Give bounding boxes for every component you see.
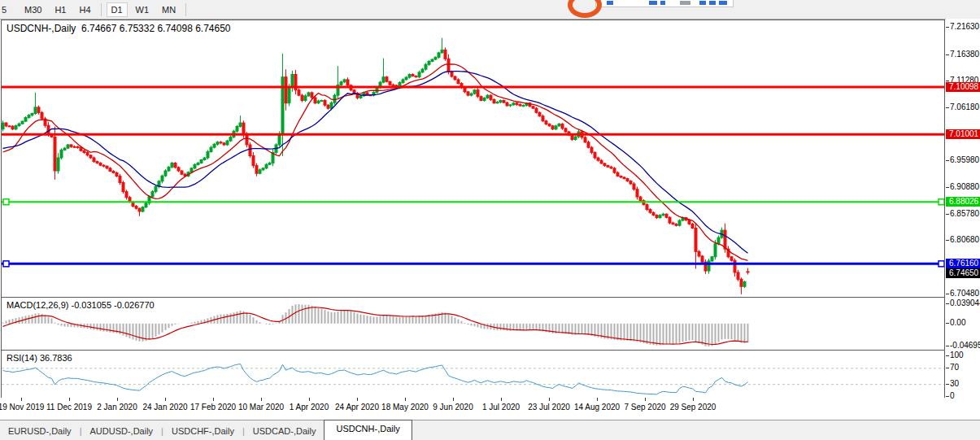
candle [483, 98, 486, 100]
date-tick [453, 398, 454, 401]
candle [102, 165, 105, 166]
rsi-chart-canvas[interactable] [2, 351, 944, 398]
candle [389, 81, 391, 85]
candle [5, 123, 7, 126]
candle [623, 177, 625, 179]
axis-tick [946, 384, 949, 385]
price-badge: 7.10098 [946, 82, 980, 92]
price-tick-label: 7.21630 [950, 22, 979, 31]
axis-tick [946, 396, 949, 397]
candle [646, 205, 648, 210]
date-tick [405, 398, 406, 401]
rsi-level-label: 0 [950, 391, 955, 400]
candle [122, 182, 124, 191]
timeframe-h4-button[interactable]: H4 [74, 2, 95, 17]
macd-max-label: 0.039044 [950, 298, 980, 307]
candle [633, 184, 635, 190]
candle [320, 101, 323, 102]
candle [385, 77, 388, 82]
candle [96, 162, 98, 163]
macd-indicator-panel[interactable]: MACD(12,26,9) -0.031055 -0.026770 [1, 297, 945, 351]
candle [688, 220, 690, 224]
candle [714, 244, 716, 257]
candle [194, 164, 196, 168]
candle [454, 76, 456, 80]
candle [555, 126, 557, 129]
candle [421, 69, 424, 72]
candle [177, 168, 180, 171]
candle [724, 230, 726, 249]
tab-usdcnh-active[interactable]: USDCNH-,Daily [324, 420, 412, 440]
candle [67, 145, 69, 148]
main-chart-panel[interactable]: USDCNH-,Daily 6.74667 6.75332 6.74098 6.… [1, 20, 945, 298]
date-tick [21, 398, 22, 401]
candle [538, 112, 541, 115]
date-label: 17 Feb 2020 [190, 403, 236, 412]
tab-audusd[interactable]: AUDUSD-,Daily [81, 423, 161, 439]
candle [587, 142, 590, 147]
date-tick [693, 398, 694, 401]
candle [708, 261, 710, 271]
candle [93, 158, 95, 162]
trading-platform-window: 5 M30 H1 H4 D1 W1 MN USDCNH-,Daily 6.746… [0, 0, 980, 440]
rsi-indicator-panel[interactable]: RSI(14) 36.7836 [1, 350, 945, 399]
price-badge: 6.74650 [946, 268, 980, 278]
candle [747, 272, 749, 272]
blue-glyph-icon [709, 1, 716, 5]
axis-tick [946, 214, 949, 215]
price-tick-label: 6.95980 [950, 155, 979, 164]
candle [89, 155, 92, 158]
timeframe-m30-button[interactable]: M30 [20, 2, 46, 17]
candle [402, 80, 404, 83]
support-green-handle[interactable] [3, 199, 9, 205]
tab-usdcad[interactable]: USDCAD-,Daily [245, 423, 324, 439]
candle [252, 156, 255, 166]
candle [171, 163, 173, 167]
candle [37, 107, 40, 113]
timeframe-w1-button[interactable]: W1 [131, 2, 155, 17]
candle [60, 150, 63, 158]
macd-signal-line [3, 307, 748, 345]
candle [86, 152, 89, 155]
candle [207, 152, 209, 158]
candle [216, 142, 219, 145]
candlestick-chart-canvas[interactable] [2, 20, 944, 297]
candle [669, 217, 671, 223]
candle [698, 251, 700, 256]
candle [99, 163, 102, 165]
timeframe-m5-button[interactable]: 5 [2, 2, 16, 17]
candle [620, 176, 622, 177]
support-blue-handle[interactable] [3, 261, 9, 267]
date-label: 18 May 2020 [381, 403, 429, 412]
candle [675, 224, 677, 226]
candle [496, 102, 499, 103]
candle [503, 101, 505, 103]
candle [415, 76, 417, 76]
candle [76, 146, 79, 147]
candle [509, 105, 512, 106]
timeframe-h1-button[interactable]: H1 [50, 2, 71, 17]
candle [285, 77, 287, 103]
axis-tick [946, 107, 949, 108]
candle [151, 192, 154, 197]
support-blue-handle[interactable] [939, 261, 944, 267]
date-tick [165, 398, 166, 401]
candle [28, 115, 30, 118]
price-tick-label: 7.16380 [950, 50, 979, 59]
date-label: 29 Sep 2020 [670, 403, 716, 412]
candle [425, 64, 427, 69]
candle [327, 105, 329, 108]
toolbar-separator [185, 3, 186, 16]
tab-usdchf[interactable]: USDCHF-,Daily [163, 423, 242, 439]
candle [343, 80, 346, 82]
price-badge: 6.76160 [946, 259, 980, 268]
timeframe-d1-button[interactable]: D1 [107, 2, 128, 17]
candle [155, 186, 157, 191]
candle [662, 214, 664, 216]
candle [594, 153, 596, 158]
tab-eurusd[interactable]: EURUSD-,Daily [0, 423, 80, 439]
axis-tick [946, 368, 949, 368]
date-label: 10 Mar 2020 [238, 403, 284, 412]
support-green-handle[interactable] [939, 199, 944, 205]
timeframe-mn-button[interactable]: MN [157, 2, 181, 17]
